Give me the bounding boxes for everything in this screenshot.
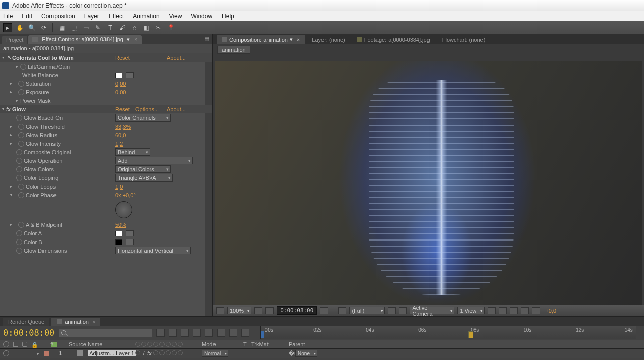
dropdown-color-loop[interactable]: Triangle A>B>A <box>115 174 173 182</box>
dropdown-glow-colors[interactable]: Original Colors <box>115 165 171 173</box>
stopwatch-icon[interactable] <box>18 132 24 138</box>
resolution-icon[interactable] <box>254 307 262 314</box>
shy-icon[interactable] <box>181 329 189 337</box>
prop-glow-operation[interactable]: Glow Operation Add <box>0 156 212 165</box>
prop-glow-threshold[interactable]: ▸ Glow Threshold 33,3% <box>0 122 212 131</box>
rotate-tool-icon[interactable]: ⟳ <box>39 23 48 32</box>
stopwatch-icon[interactable] <box>20 64 26 70</box>
prop-saturation[interactable]: ▸ Saturation 0,00 <box>0 79 212 88</box>
twirl-right-icon[interactable]: ▸ <box>10 222 14 227</box>
prop-glow-radius[interactable]: ▸ Glow Radius 60,0 <box>0 131 212 139</box>
prop-value[interactable]: 60,0 <box>115 132 126 138</box>
stopwatch-icon[interactable] <box>18 81 24 87</box>
menu-composition[interactable]: Composition <box>41 13 75 20</box>
color-swatch-white[interactable] <box>115 73 122 78</box>
chevron-down-icon[interactable]: ▾ <box>290 36 293 43</box>
close-tab-icon[interactable]: × <box>92 319 95 325</box>
menu-window[interactable]: Window <box>191 13 212 20</box>
brainstorm-icon[interactable] <box>217 329 225 337</box>
about-link[interactable]: About... <box>167 55 186 61</box>
dropdown-glow-based[interactable]: Color Channels <box>115 114 171 122</box>
menu-effect[interactable]: Effect <box>109 13 124 20</box>
exposure-value[interactable]: +0,0 <box>545 308 556 314</box>
snapshot-icon[interactable] <box>320 307 328 314</box>
twirl-down-icon[interactable]: ▾ <box>2 107 6 111</box>
prop-exposure[interactable]: ▸ Exposure 0,00 <box>0 88 212 96</box>
eyedropper-icon[interactable] <box>126 239 134 245</box>
chevron-down-icon[interactable]: ▾ <box>127 36 130 42</box>
camera-dropdown[interactable]: Active Camera <box>410 307 454 314</box>
comp-nav-button[interactable]: animation <box>217 46 250 54</box>
project-tab[interactable]: Project <box>2 36 27 44</box>
clone-tool-icon[interactable]: ⎌ <box>130 23 139 32</box>
layer-name[interactable]: Adjustm... Layer 1 <box>88 350 136 356</box>
prop-ab-midpoint[interactable]: ▸ A & B Midpoint 50% <box>0 220 212 229</box>
bbox-handle-icon[interactable] <box>561 62 565 66</box>
eyedropper-icon[interactable] <box>126 72 134 78</box>
menu-file[interactable]: File <box>3 13 13 20</box>
solo-column-icon[interactable] <box>22 342 27 347</box>
dropdown-dimensions[interactable]: Horizontal and Vertical <box>115 247 191 254</box>
prop-value[interactable]: 0,00 <box>115 89 126 95</box>
exposure-reset-icon[interactable] <box>532 307 540 314</box>
stopwatch-icon[interactable] <box>18 222 24 228</box>
menu-edit[interactable]: Edit <box>22 13 32 20</box>
color-swatch-b[interactable] <box>115 239 122 245</box>
stopwatch-icon[interactable] <box>18 89 24 95</box>
stopwatch-icon[interactable] <box>18 141 24 147</box>
layer-visibility-toggle[interactable] <box>3 350 9 356</box>
prop-glow-based-on[interactable]: Glow Based On Color Channels <box>0 113 212 122</box>
resolution-dropdown[interactable]: (Full) <box>349 307 385 314</box>
flowchart-tab[interactable]: Flowchart: (none) <box>437 36 491 44</box>
phase-dial[interactable] <box>115 201 132 218</box>
effect-header-colorista[interactable]: ▾ ↖ Colorista Cool to Warm Reset About..… <box>0 53 212 62</box>
roi-icon[interactable] <box>388 307 396 314</box>
puppet-tool-icon[interactable]: 📍 <box>166 23 175 32</box>
twirl-down-icon[interactable]: ▾ <box>10 193 14 197</box>
layer-parent-dropdown[interactable]: None <box>295 350 317 357</box>
prop-value[interactable]: 33,3% <box>115 124 131 130</box>
prop-value[interactable]: 0x +0,0° <box>115 192 136 198</box>
twirl-right-icon[interactable]: ▸ <box>16 64 20 69</box>
view-layout-dropdown[interactable]: 1 View <box>457 307 485 314</box>
reset-link[interactable]: Reset <box>115 55 130 61</box>
prop-color-loops[interactable]: ▸ Color Loops 1,0 <box>0 182 212 191</box>
eraser-tool-icon[interactable]: ◧ <box>142 23 151 32</box>
timeline-timecode[interactable]: 0:00:08:00 <box>3 328 55 338</box>
stopwatch-icon[interactable] <box>16 175 22 181</box>
stopwatch-icon[interactable] <box>16 115 22 121</box>
panel-menu-icon[interactable]: ▤ <box>204 35 209 42</box>
comp-flowchart-icon[interactable] <box>521 307 529 314</box>
layer-tab[interactable]: Layer: (none) <box>307 36 350 44</box>
twirl-right-icon[interactable]: ▸ <box>16 98 20 103</box>
hand-tool-icon[interactable]: ✋ <box>15 23 24 32</box>
camera-tool-icon[interactable]: ▦ <box>57 23 66 32</box>
about-link[interactable]: About... <box>167 106 186 112</box>
twirl-right-icon[interactable]: ▸ <box>10 90 14 94</box>
timeline-comp-tab[interactable]: animation × <box>51 318 100 326</box>
time-ruler[interactable]: 00s 02s 04s 06s 08s 10s 12s 14s <box>260 326 641 339</box>
footage-tab[interactable]: Footage: a[0000-0384].jpg <box>352 36 435 44</box>
effect-controls-tab[interactable]: Effect Controls: a[0000-0384].jpg ▾ × <box>28 35 141 44</box>
brush-tool-icon[interactable]: 🖌 <box>118 23 127 32</box>
twirl-right-icon[interactable]: ▸ <box>37 351 41 356</box>
fast-preview-icon[interactable] <box>499 307 507 314</box>
stopwatch-icon[interactable] <box>16 149 22 155</box>
close-tab-icon[interactable]: × <box>297 37 300 43</box>
stopwatch-icon[interactable] <box>16 166 22 172</box>
render-queue-tab[interactable]: Render Queue <box>3 318 49 326</box>
prop-color-phase[interactable]: ▾ Color Phase 0x +0,0° <box>0 191 212 199</box>
options-link[interactable]: Options... <box>135 106 159 112</box>
mask-toggle-icon[interactable] <box>265 307 274 314</box>
dropdown-composite[interactable]: Behind <box>115 148 150 156</box>
color-swatch-a[interactable] <box>115 231 122 236</box>
effect-header-glow[interactable]: ▾ fx Glow Reset Options... About... <box>0 105 212 113</box>
twirl-right-icon[interactable]: ▸ <box>10 133 14 137</box>
stopwatch-icon[interactable] <box>18 124 24 130</box>
grid-toggle-icon[interactable] <box>216 307 224 314</box>
channel-icon[interactable] <box>338 307 346 314</box>
prop-color-a[interactable]: Color A <box>0 229 212 237</box>
prop-color-b[interactable]: Color B <box>0 237 212 246</box>
stopwatch-icon[interactable] <box>16 239 22 245</box>
stopwatch-icon[interactable] <box>16 158 22 164</box>
